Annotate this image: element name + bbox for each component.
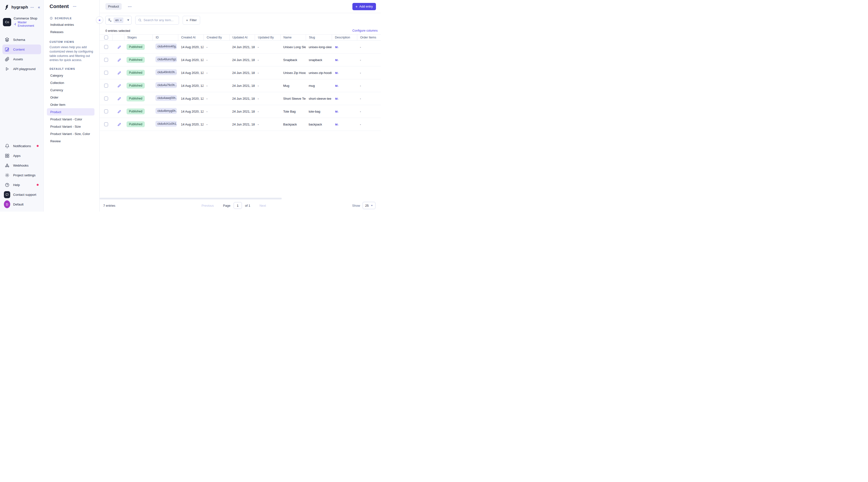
created-by-cell: - [204, 58, 229, 62]
logo-row: hygraph ••• « [0, 0, 43, 10]
play-icon [4, 65, 10, 72]
environment-selector[interactable]: Master Environment [13, 21, 40, 27]
column-header-created-at[interactable]: Created At [178, 34, 204, 40]
view-item-product[interactable]: Product [47, 108, 94, 115]
sidebar-item-api-playground[interactable]: API playground [2, 64, 41, 74]
table-row[interactable]: Published ckdu49mfc0h... 14 Aug 2020, 12… [100, 66, 381, 79]
sidebar-item-notifications[interactable]: Notifications [2, 141, 41, 151]
sidebar-item-contact-support[interactable]: Contact support [2, 190, 41, 199]
updated-by-cell: - [255, 110, 280, 113]
view-item-order[interactable]: Order [47, 94, 94, 101]
view-item-product-variant-color[interactable]: Product Variant - Color [47, 115, 94, 123]
view-item-currency[interactable]: Currency [47, 86, 94, 94]
sidebar-item-help[interactable]: Help [2, 180, 41, 190]
column-header-slug[interactable]: Slug [306, 34, 332, 40]
view-item-category[interactable]: Category [47, 72, 94, 79]
workspace-menu-dots-icon[interactable]: ••• [30, 6, 34, 9]
bell-icon [4, 142, 10, 149]
content-menu-dots-icon[interactable]: ••• [73, 5, 76, 8]
table-row[interactable]: Published ckdu4awq00h... 14 Aug 2020, 12… [100, 92, 381, 105]
sidebar-item-webhooks[interactable]: Webhooks [2, 161, 41, 170]
sidebar-item-apps[interactable]: Apps [2, 151, 41, 161]
add-filter-button[interactable]: + Filter [183, 16, 200, 25]
created-by-cell: - [204, 71, 229, 75]
edit-icon[interactable] [117, 58, 121, 62]
horizontal-scrollbar[interactable] [100, 198, 282, 199]
order-items-cell: - [357, 84, 381, 88]
model-menu-dots-icon[interactable]: ••• [128, 5, 132, 8]
row-checkbox[interactable] [104, 45, 108, 49]
sidebar-item-label: Contact support [13, 193, 36, 197]
edit-icon[interactable] [117, 45, 121, 49]
page-number-input[interactable] [234, 202, 242, 209]
column-header-id[interactable]: ID [153, 34, 178, 40]
order-items-cell: - [357, 97, 381, 101]
column-header-updated-by[interactable]: Updated By [255, 34, 280, 40]
schedule-item-individual-entries[interactable]: Individual entries [50, 21, 94, 28]
row-checkbox[interactable] [104, 96, 108, 101]
view-item-order-item[interactable]: Order Item [47, 101, 94, 108]
row-checkbox[interactable] [104, 58, 108, 62]
edit-icon[interactable] [117, 122, 121, 126]
sidebar-collapse-icon[interactable]: « [38, 5, 40, 9]
search-input[interactable] [144, 18, 176, 22]
column-header-description[interactable]: Description [332, 34, 357, 40]
schedule-item-releases[interactable]: Releases [50, 28, 94, 35]
column-header-stages[interactable]: Stages [124, 34, 153, 40]
edit-icon[interactable] [117, 109, 121, 114]
row-checkbox[interactable] [104, 84, 108, 88]
previous-page-button[interactable]: Previous [202, 204, 214, 207]
view-item-review[interactable]: Review [47, 137, 94, 145]
created-by-cell: - [204, 84, 229, 88]
column-header-name[interactable]: Name [280, 34, 306, 40]
row-checkbox[interactable] [104, 122, 108, 126]
updated-by-cell: - [255, 71, 280, 75]
panel-collapse-button[interactable]: « [96, 16, 103, 24]
project-switcher[interactable]: Co Commerce Shop Master Environment [0, 17, 43, 27]
model-chip[interactable]: Product [105, 3, 122, 10]
markdown-icon: M↓ [335, 110, 339, 113]
custom-views-section-label: CUSTOM VIEWS [50, 40, 94, 43]
column-header-order-items[interactable]: Order Items [357, 34, 381, 40]
model-topbar: Product ••• + Add entry [100, 0, 381, 13]
next-page-button[interactable]: Next [259, 204, 266, 207]
row-checkbox[interactable] [104, 71, 108, 75]
table-row[interactable]: Published ckdu48unc0gz... 14 Aug 2020, 1… [100, 54, 381, 66]
column-header-updated-at[interactable]: Updated At [229, 34, 255, 40]
view-item-product-variant-size-color[interactable]: Product Variant - Size, Color [47, 130, 94, 137]
sidebar-item-project-settings[interactable]: Project settings [2, 170, 41, 180]
sidebar-item-label: Assets [13, 57, 23, 61]
view-item-product-variant-size[interactable]: Product Variant - Size [47, 123, 94, 130]
search-box[interactable] [135, 16, 179, 25]
table-row[interactable]: Published ckdu4a79c0h... 14 Aug 2020, 12… [100, 79, 381, 92]
table-row[interactable]: Published ckdu4bmyg0h... 14 Aug 2020, 12… [100, 105, 381, 118]
view-item-collection[interactable]: Collection [47, 79, 94, 86]
edit-icon[interactable] [117, 84, 121, 88]
column-header-created-by[interactable]: Created By [204, 34, 229, 40]
name-cell: Backpack [280, 122, 306, 126]
locale-select[interactable]: A en × [105, 16, 132, 25]
sidebar-item-schema[interactable]: Schema [2, 35, 41, 45]
sidebar-item-content[interactable]: Content [2, 45, 41, 54]
project-name: Commerce Shop [13, 17, 40, 20]
edit-icon[interactable] [117, 71, 121, 75]
sidebar-item-label: Content [13, 48, 25, 51]
page-size-select[interactable]: 25 [363, 202, 375, 209]
remove-locale-icon[interactable]: × [120, 19, 121, 22]
logo-text: hygraph [11, 5, 28, 10]
edit-icon[interactable] [117, 96, 121, 101]
sidebar-item-default-workspace[interactable]: D Default [2, 199, 41, 209]
slug-cell: unisex-zip-hoodie [306, 71, 332, 75]
configure-columns-link[interactable]: Configure columns [352, 29, 378, 32]
filter-toolbar: « A en × + Filter [100, 13, 381, 27]
add-entry-button[interactable]: + Add entry [352, 3, 376, 10]
notification-dot [37, 145, 39, 147]
table-row[interactable]: Published ckdu4ch1s0h1... 14 Aug 2020, 1… [100, 118, 381, 131]
created-at-cell: 14 Aug 2020, 12:5 [178, 97, 204, 101]
select-all-checkbox[interactable] [104, 35, 108, 39]
table-row[interactable]: Published ckdu44mn40g... 14 Aug 2020, 12… [100, 40, 381, 54]
main-area: Product ••• + Add entry « A en × + Fi [100, 0, 381, 211]
sidebar-item-assets[interactable]: Assets [2, 54, 41, 64]
selected-count: 0 entries selected [105, 29, 130, 33]
row-checkbox[interactable] [104, 109, 108, 113]
